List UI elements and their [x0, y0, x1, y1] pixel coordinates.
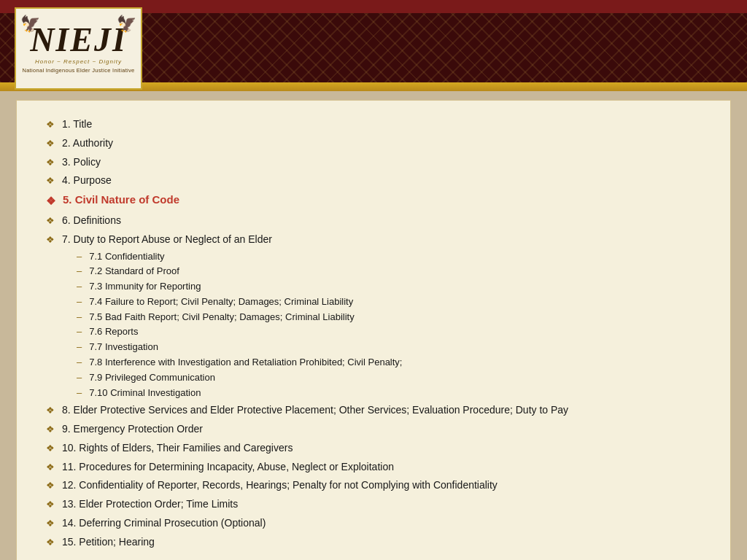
logo-text: NIEJI — [30, 23, 127, 57]
item-text-1: 1. Title — [62, 115, 701, 133]
sub-list-item: – 7.8 Interference with Investigation an… — [77, 355, 701, 370]
item-text-4: 4. Purpose — [62, 171, 701, 190]
list-item: ❖ 8. Elder Protective Services and Elder… — [46, 401, 701, 419]
sub-list-item: – 7.7 Investigation — [77, 340, 701, 355]
dash-4: – — [77, 295, 82, 310]
bullet-5: ❖ — [46, 192, 55, 211]
list-item: ❖ 2. Authority — [46, 134, 701, 152]
sub-list-item: – 7.9 Privileged Communication — [77, 370, 701, 386]
item-text-2: 2. Authority — [62, 134, 701, 152]
list-item: ❖ 7. Duty to Report Abuse or Neglect of … — [46, 230, 701, 400]
dash-2: – — [77, 264, 82, 279]
item-text-6: 6. Definitions — [62, 211, 701, 230]
list-item: ❖ 4. Purpose — [46, 171, 701, 190]
item-text-15: 15. Petition; Hearing — [62, 533, 701, 551]
list-item: ❖ 10. Rights of Elders, Their Families a… — [46, 439, 701, 457]
sub-item-text-9: 7.9 Privileged Communication — [89, 370, 215, 386]
bullet-14: ❖ — [46, 516, 55, 532]
list-item: ❖ 6. Definitions — [46, 211, 701, 230]
sub-item-text-4: 7.4 Failure to Report; Civil Penalty; Da… — [89, 295, 353, 310]
page-wrapper: 🦅 🦅 NIEJI Honor ~ Respect ~ Dignity Nati… — [0, 0, 747, 560]
list-item-highlighted: ❖ 5. Civil Nature of Code — [46, 190, 701, 211]
bullet-8: ❖ — [46, 402, 55, 419]
sub-item-text-5: 7.5 Bad Faith Report; Civil Penalty; Dam… — [89, 310, 354, 325]
dash-3: – — [77, 279, 82, 295]
eagle-right-icon: 🦅 — [117, 15, 136, 34]
sub-list-item: – 7.4 Failure to Report; Civil Penalty; … — [77, 295, 701, 310]
item-text-3: 3. Policy — [62, 153, 701, 171]
main-content: ❖ 1. Title ❖ 2. Authority ❖ 3. Policy ❖ … — [16, 100, 731, 560]
header-area: 🦅 🦅 NIEJI Honor ~ Respect ~ Dignity Nati… — [0, 13, 747, 82]
sub-item-text-7: 7.7 Investigation — [89, 340, 158, 355]
list-item: ❖ 14. Deferring Criminal Prosecution (Op… — [46, 514, 701, 532]
bullet-1: ❖ — [46, 117, 55, 133]
dash-9: – — [77, 370, 82, 386]
item-text-12: 12. Confidentiality of Reporter, Records… — [62, 476, 701, 494]
logo-subtitle: National Indigenous Elder Justice Initia… — [22, 67, 134, 74]
bullet-12: ❖ — [46, 478, 55, 494]
bullet-7: ❖ — [46, 232, 55, 249]
dash-8: – — [77, 355, 82, 370]
sub-list-item: – 7.5 Bad Faith Report; Civil Penalty; D… — [77, 310, 701, 325]
dash-10: – — [77, 386, 82, 401]
logo-tagline: Honor ~ Respect ~ Dignity — [35, 58, 122, 65]
bullet-6: ❖ — [46, 213, 55, 230]
item-text-9: 9. Emergency Protection Order — [62, 420, 701, 438]
bullet-2: ❖ — [46, 136, 55, 152]
sub-item-text-1: 7.1 Confidentiality — [89, 249, 164, 265]
sub-list-item: – 7.1 Confidentiality — [77, 249, 701, 265]
sub-list-item: – 7.10 Criminal Investigation — [77, 386, 701, 401]
bullet-13: ❖ — [46, 497, 55, 513]
sub-item-text-8: 7.8 Interference with Investigation and … — [89, 355, 402, 370]
list-item: ❖ 12. Confidentiality of Reporter, Recor… — [46, 476, 701, 494]
logo-box: 🦅 🦅 NIEJI Honor ~ Respect ~ Dignity Nati… — [15, 7, 142, 90]
sub-list-item: – 7.3 Immunity for Reporting — [77, 279, 701, 295]
sub-item-text-2: 7.2 Standard of Proof — [89, 264, 179, 279]
dash-1: – — [77, 249, 82, 265]
dash-6: – — [77, 324, 82, 340]
list-item: ❖ 3. Policy — [46, 153, 701, 171]
content-list: ❖ 1. Title ❖ 2. Authority ❖ 3. Policy ❖ … — [46, 115, 701, 551]
bullet-4: ❖ — [46, 173, 55, 190]
item-text-5: 5. Civil Nature of Code — [63, 190, 701, 209]
bullet-15: ❖ — [46, 534, 55, 551]
list-item: ❖ 11. Procedures for Determining Incapac… — [46, 458, 701, 476]
list-item: ❖ 13. Elder Protection Order; Time Limit… — [46, 495, 701, 513]
list-item: ❖ 9. Emergency Protection Order — [46, 420, 701, 438]
sub-item-text-3: 7.3 Immunity for Reporting — [89, 279, 201, 295]
bullet-9: ❖ — [46, 421, 55, 438]
list-item: ❖ 1. Title — [46, 115, 701, 133]
item-text-14: 14. Deferring Criminal Prosecution (Opti… — [62, 514, 701, 532]
sub-item-text-10: 7.10 Criminal Investigation — [89, 386, 201, 401]
dash-7: – — [77, 340, 82, 355]
item-text-8: 8. Elder Protective Services and Elder P… — [62, 401, 701, 419]
sub-list-item: – 7.2 Standard of Proof — [77, 264, 701, 279]
dash-5: – — [77, 310, 82, 325]
sub-item-text-6: 7.6 Reports — [89, 324, 138, 340]
sub-list: – 7.1 Confidentiality – 7.2 Standard of … — [77, 249, 701, 401]
bullet-10: ❖ — [46, 440, 55, 457]
item-text-7: 7. Duty to Report Abuse or Neglect of an… — [62, 233, 272, 245]
item-text-11: 11. Procedures for Determining Incapacit… — [62, 458, 701, 476]
item-text-10: 10. Rights of Elders, Their Families and… — [62, 439, 701, 457]
sub-list-item: – 7.6 Reports — [77, 324, 701, 340]
bullet-3: ❖ — [46, 155, 55, 171]
eagle-left-icon: 🦅 — [20, 15, 40, 34]
item-text-13: 13. Elder Protection Order; Time Limits — [62, 495, 701, 513]
bullet-11: ❖ — [46, 459, 55, 476]
list-item: ❖ 15. Petition; Hearing — [46, 533, 701, 551]
